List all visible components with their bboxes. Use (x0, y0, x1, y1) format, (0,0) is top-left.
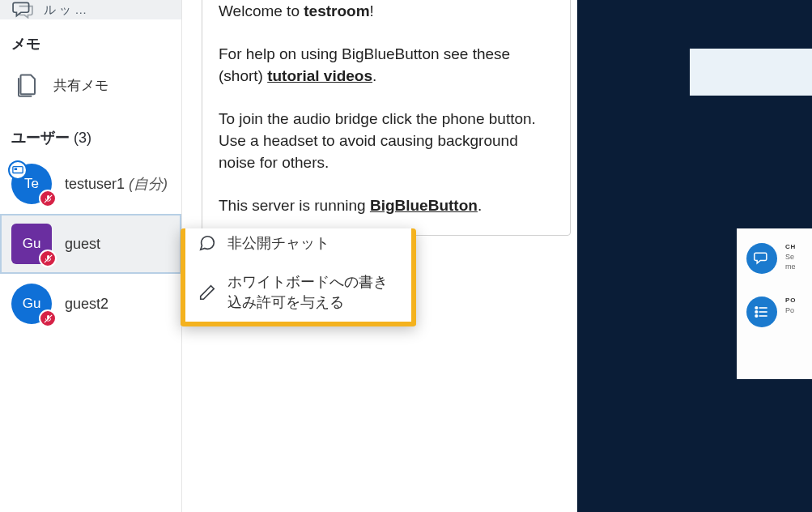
presenter-icon (8, 160, 28, 180)
muted-mic-icon (39, 309, 57, 327)
bigbluebutton-link[interactable]: BigBlueButton (370, 197, 478, 214)
users-section-header: ユーザー (3) (0, 110, 181, 154)
group-chat-label: ル ッ … (44, 2, 87, 18)
shared-notes-label: 共有メモ (53, 76, 108, 95)
svg-rect-1 (15, 168, 18, 170)
slide-top-fragment (690, 49, 812, 96)
group-chat-item[interactable]: ル ッ … (0, 0, 181, 19)
user-item-guest[interactable]: Gu guest (0, 214, 181, 274)
user-name: guest (65, 236, 100, 253)
pencil-icon (198, 284, 216, 301)
memo-section-header: メモ (0, 19, 181, 60)
svg-point-8 (755, 307, 758, 309)
slide-features-fragment: CH Se me PO Po (737, 228, 812, 379)
user-item-testuser1[interactable]: Te testuser1 (自分) (0, 154, 181, 214)
svg-point-10 (755, 311, 758, 314)
tutorial-videos-link[interactable]: tutorial videos (267, 67, 372, 84)
avatar: Gu (11, 224, 52, 264)
user-name: testuser1 (自分) (65, 174, 168, 194)
grant-whiteboard-menu-item[interactable]: ホワイトボードへの書き込み許可を与える (185, 262, 411, 322)
user-context-menu: 非公開チャット ホワイトボードへの書き込み許可を与える (181, 228, 416, 326)
muted-mic-icon (39, 190, 57, 207)
private-chat-label: 非公開チャット (227, 233, 329, 253)
list-icon (746, 297, 777, 327)
slide-feature-chat: CH Se me (746, 243, 802, 274)
chat-icon (198, 234, 216, 252)
users-count: (3) (74, 130, 91, 146)
welcome-message: Welcome to testroom! For help on using B… (202, 0, 571, 236)
muted-mic-icon (39, 250, 57, 267)
chat-bubble-icon (746, 243, 777, 274)
svg-point-12 (755, 315, 758, 318)
user-item-guest2[interactable]: Gu guest2 (0, 274, 181, 334)
group-chat-icon (11, 0, 34, 19)
slide-feature-polling: PO Po (746, 297, 802, 327)
shared-notes-icon (11, 70, 42, 100)
user-name: guest2 (65, 296, 108, 313)
sidebar: ル ッ … メモ 共有メモ ユーザー (3) Te testuser1 (自 (0, 0, 182, 512)
shared-notes-item[interactable]: 共有メモ (0, 60, 181, 110)
grant-whiteboard-label: ホワイトボードへの書き込み許可を与える (227, 272, 398, 312)
private-chat-menu-item[interactable]: 非公開チャット (181, 228, 416, 262)
avatar: Te (11, 164, 52, 204)
avatar: Gu (11, 284, 52, 324)
